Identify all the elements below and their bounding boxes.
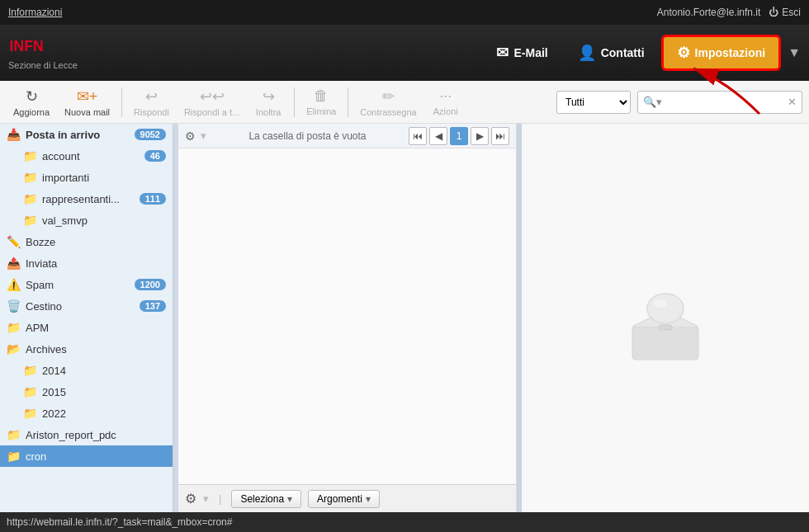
message-list-separator: ▾ [201,129,206,142]
folder-icon: 📁 [23,385,37,398]
top-bar: Informazioni Antonio.Forte@le.infn.it ⏻ … [0,0,809,25]
bottom-divider: | [219,492,221,505]
chevron-down-icon: ▾ [287,493,292,505]
header-nav: ✉ E-Mail 👤 Contatti ⚙ Impostazioni ▼ [483,35,801,71]
sidebar-item-bozze[interactable]: ✏️ Bozze [0,231,173,252]
contacts-nav-icon: 👤 [578,44,596,62]
email-nav-icon: ✉ [496,44,509,62]
folder-icon: 📁 [7,450,21,463]
toolbar-divider-2 [294,87,295,117]
more-icon: ··· [439,87,452,105]
sidebar-item-account[interactable]: 📁 account 46 [0,145,173,167]
status-bar: https://webmail.le.infn.it/?_task=mail&_… [0,512,809,532]
message-list-bottom-bar: ⚙ ▾ | Seleziona ▾ Argomenti ▾ [178,484,516,512]
seleziona-button[interactable]: Seleziona ▾ [231,490,301,508]
next-page-button[interactable]: ▶ [471,127,489,145]
delete-icon: 🗑 [314,87,329,105]
sidebar-item-2014[interactable]: 📁 2014 [0,360,173,381]
flag-icon: ✏ [382,87,395,106]
sidebar-item-archives[interactable]: 📂 Archives [0,338,173,360]
settings-nav-button[interactable]: ⚙ Impostazioni [661,35,782,71]
sidebar-item-cestino[interactable]: 🗑️ Cestino 137 [0,295,173,317]
preview-pane [522,124,809,512]
reply-icon: ↩ [145,87,158,106]
inbox-icon: 📥 [7,128,21,141]
rispondi-a-button[interactable]: ↩↩ Rispondi a t... [177,84,246,120]
search-icon: 🔍▾ [638,96,667,108]
svg-point-3 [647,294,684,323]
sidebar-item-spam[interactable]: ⚠️ Spam 1200 [0,274,173,295]
sidebar-item-apm[interactable]: 📁 APM [0,317,173,338]
chevron-down-icon: ▾ [366,493,371,505]
sidebar-item-ariston[interactable]: 📁 Ariston_report_pdc [0,424,173,445]
info-link[interactable]: Informazioni [8,7,62,18]
argomenti-button[interactable]: Argomenti ▾ [308,490,380,508]
main-layout: 📥 Posta in arrivo 9052 📁 account 46 📁 im… [0,124,809,512]
header: INFN Sezione di Lecce ✉ E-Mail 👤 Contatt… [0,25,809,81]
toolbar-divider-1 [121,87,122,117]
last-page-button[interactable]: ⏭ [491,127,509,145]
search-box: 🔍▾ ✕ [637,91,802,114]
search-input[interactable] [667,97,783,108]
refresh-icon: ↻ [26,87,38,106]
folder-icon: 📁 [23,364,37,377]
svg-rect-2 [632,327,698,360]
pagination: ⏮ ◀ 1 ▶ ⏭ [409,127,509,145]
message-list-body [178,148,516,484]
elimina-button[interactable]: 🗑 Elimina [300,84,343,120]
search-area: Tutti Non letti Importanti Con allegati … [556,91,802,114]
search-clear-button[interactable]: ✕ [783,96,802,108]
sidebar-item-rappresentanti[interactable]: 📁 rappresentanti... 111 [0,188,173,210]
message-list-pane: ⚙ ▾ La casella di posta è vuota ⏮ ◀ 1 ▶ … [178,124,517,512]
page-number-button[interactable]: 1 [450,127,468,145]
contacts-nav-button[interactable]: 👤 Contatti [565,37,658,68]
archive-icon: 📂 [7,342,21,355]
sidebar-item-cron[interactable]: 📁 cron [0,445,173,467]
empty-mailbox-text: La casella di posta è vuota [211,130,404,142]
sent-icon: 📤 [7,257,21,270]
svg-point-4 [654,299,667,308]
toolbar: ↻ Aggiorna ✉+ Nuova mail ↩ Rispondi ↩↩ R… [0,81,809,124]
sidebar-item-posta-arrivo[interactable]: 📥 Posta in arrivo 9052 [0,124,173,145]
sidebar-item-val-smvp[interactable]: 📁 val_smvp [0,210,173,231]
folder-icon: 📁 [7,321,21,334]
compose-icon: ✉+ [77,87,98,106]
status-url: https://webmail.le.infn.it/?_task=mail&_… [7,516,232,528]
user-email: Antonio.Forte@le.infn.it [657,7,761,18]
folder-icon: 📁 [23,149,37,162]
first-page-button[interactable]: ⏮ [409,127,427,145]
aggiorna-button[interactable]: ↻ Aggiorna [7,84,56,120]
filter-select[interactable]: Tutti Non letti Importanti Con allegati [556,91,631,114]
draft-icon: ✏️ [7,235,21,248]
nav-chevron-icon[interactable]: ▼ [788,45,801,60]
svg-rect-5 [659,325,672,330]
sidebar: 📥 Posta in arrivo 9052 📁 account 46 📁 im… [0,124,173,512]
exit-button[interactable]: ⏻ Esci [769,7,801,18]
contrassegna-button[interactable]: ✏ Contrassegna [353,84,423,120]
sidebar-item-importanti[interactable]: 📁 importanti [0,167,173,188]
sidebar-item-inviata[interactable]: 📤 Inviata [0,252,173,274]
azioni-button[interactable]: ··· Azioni [425,84,466,120]
logo: INFN Sezione di Lecce [8,35,78,70]
reply-all-icon: ↩↩ [200,87,225,106]
gear-icon: ⚙ [677,44,690,62]
prev-page-button[interactable]: ◀ [429,127,447,145]
folder-icon: 📁 [23,192,37,205]
power-icon: ⏻ [769,7,778,18]
trash-icon: 🗑️ [7,299,21,313]
message-list-header: ⚙ ▾ La casella di posta è vuota ⏮ ◀ 1 ▶ … [178,124,516,148]
sidebar-item-2015[interactable]: 📁 2015 [0,381,173,403]
folder-icon: 📁 [23,214,37,227]
message-list-gear-icon[interactable]: ⚙ [185,129,196,143]
bottom-separator: ▾ [203,492,209,505]
inoltra-button[interactable]: ↪ Inoltra [248,84,289,120]
sidebar-item-2022[interactable]: 📁 2022 [0,403,173,424]
nuova-mail-button[interactable]: ✉+ Nuova mail [58,84,116,120]
folder-icon: 📁 [7,428,21,441]
email-nav-button[interactable]: ✉ E-Mail [483,37,561,68]
folder-icon: 📁 [23,407,37,420]
folder-icon: 📁 [23,171,37,184]
toolbar-divider-3 [348,87,348,117]
bottom-gear-icon[interactable]: ⚙ [185,491,196,506]
rispondi-button[interactable]: ↩ Rispondi [127,84,176,120]
